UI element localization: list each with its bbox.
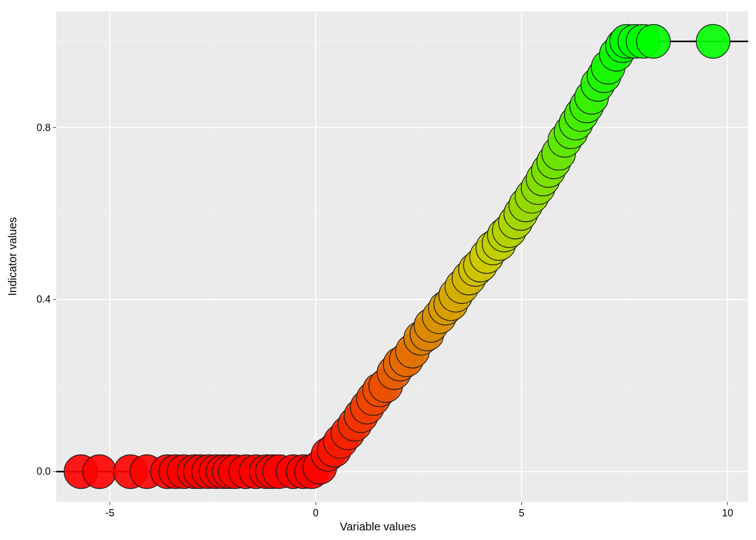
y-tick-label: 0.4: [17, 294, 51, 305]
x-tick-label: -5: [105, 507, 114, 519]
x-tick-label: 10: [722, 507, 733, 519]
data-point: [696, 25, 730, 58]
y-tick-label: 0.0: [17, 466, 51, 478]
chart-plot-area: [0, 0, 756, 540]
y-tick-label: 0.8: [17, 122, 51, 133]
x-tick-label: 5: [519, 507, 524, 519]
data-point: [83, 454, 116, 488]
data-point: [637, 25, 670, 58]
svg-rect-1: [56, 11, 748, 502]
chart-figure: Indicator values Variable values 0.00.40…: [0, 0, 756, 540]
x-tick-label: 0: [313, 507, 318, 519]
